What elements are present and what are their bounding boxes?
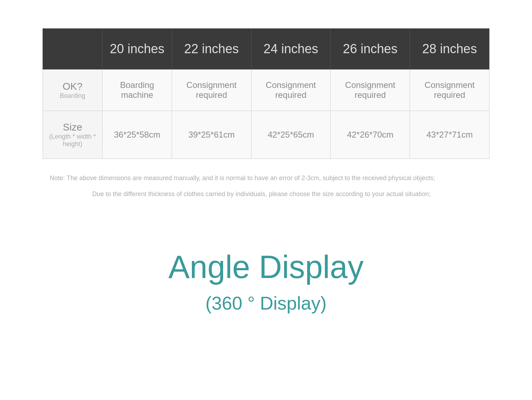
cell-ok-22: Consignment required xyxy=(172,70,251,111)
row-label-size-main: Size xyxy=(48,122,97,133)
row-label-ok: OK? Boarding xyxy=(43,70,102,111)
notes-section: Note: The above dimensions are measured … xyxy=(43,173,489,199)
cell-ok-24: Consignment required xyxy=(251,70,331,111)
cell-size-22: 39*25*61cm xyxy=(172,111,251,159)
row-label-main: OK? xyxy=(48,81,97,92)
cell-ok-28: Consignment required xyxy=(410,70,489,111)
cell-size-26: 42*26*70cm xyxy=(331,111,410,159)
header-24-inches: 24 inches xyxy=(251,29,331,70)
table-row: Size (Length * width * height) 36*25*58c… xyxy=(43,111,489,159)
header-20-inches: 20 inches xyxy=(102,29,172,70)
angle-display-title: Angle Display xyxy=(43,249,489,285)
cell-ok-20: Boarding machine xyxy=(102,70,172,111)
cell-ok-26: Consignment required xyxy=(331,70,410,111)
table-row: OK? Boarding Boarding machine Consignmen… xyxy=(43,70,489,111)
header-26-inches: 26 inches xyxy=(331,29,410,70)
cell-size-28: 43*27*71cm xyxy=(410,111,489,159)
empty-header xyxy=(43,29,102,70)
angle-display-section: Angle Display (360 ° Display) xyxy=(43,228,489,314)
angle-display-subtitle: (360 ° Display) xyxy=(43,293,489,314)
size-comparison-table: 20 inches 22 inches 24 inches 26 inches … xyxy=(43,28,489,159)
note-sub-text: Due to the different thickness of clothe… xyxy=(92,189,482,199)
header-28-inches: 28 inches xyxy=(410,29,489,70)
cell-size-24: 42*25*65cm xyxy=(251,111,331,159)
row-label-size: Size (Length * width * height) xyxy=(43,111,102,159)
cell-size-20: 36*25*58cm xyxy=(102,111,172,159)
row-label-size-sub: (Length * width * height) xyxy=(48,133,97,148)
header-22-inches: 22 inches xyxy=(172,29,251,70)
row-label-sub: Boarding xyxy=(48,92,97,100)
note-main-text: Note: The above dimensions are measured … xyxy=(50,173,482,183)
